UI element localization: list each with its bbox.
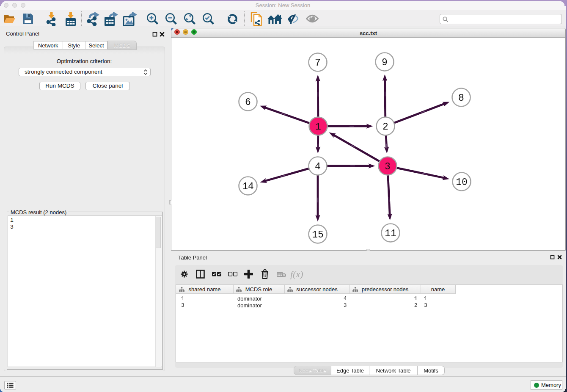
svg-text:3: 3 [385, 161, 391, 172]
svg-text:7: 7 [315, 58, 321, 69]
svg-text:8: 8 [458, 93, 464, 104]
svg-text:14: 14 [242, 181, 254, 192]
svg-text:6: 6 [245, 97, 251, 108]
svg-text:1: 1 [315, 121, 321, 133]
svg-text:4: 4 [315, 161, 321, 172]
svg-text:15: 15 [312, 229, 324, 240]
svg-text:10: 10 [456, 177, 468, 188]
svg-text:9: 9 [382, 57, 388, 68]
svg-text:2: 2 [383, 121, 388, 133]
svg-text:11: 11 [385, 228, 396, 239]
